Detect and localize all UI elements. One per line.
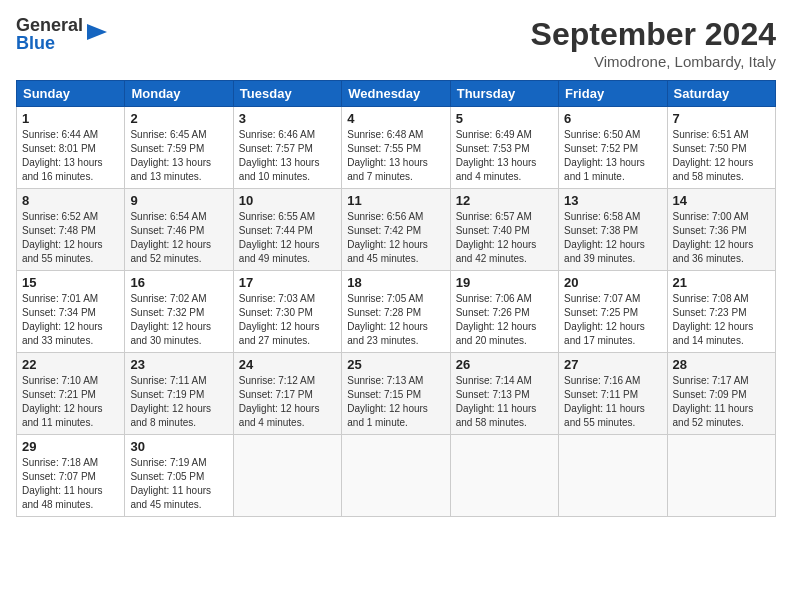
col-header-friday: Friday <box>559 81 667 107</box>
day-number: 1 <box>22 111 119 126</box>
table-row: 29Sunrise: 7:18 AM Sunset: 7:07 PM Dayli… <box>17 435 125 517</box>
day-info: Sunrise: 7:07 AM Sunset: 7:25 PM Dayligh… <box>564 292 661 348</box>
title-block: September 2024 Vimodrone, Lombardy, Ital… <box>531 16 776 70</box>
day-info: Sunrise: 6:49 AM Sunset: 7:53 PM Dayligh… <box>456 128 553 184</box>
table-row: 6Sunrise: 6:50 AM Sunset: 7:52 PM Daylig… <box>559 107 667 189</box>
day-info: Sunrise: 7:19 AM Sunset: 7:05 PM Dayligh… <box>130 456 227 512</box>
page-header: General Blue September 2024 Vimodrone, L… <box>16 16 776 70</box>
day-number: 26 <box>456 357 553 372</box>
day-number: 5 <box>456 111 553 126</box>
table-row: 2Sunrise: 6:45 AM Sunset: 7:59 PM Daylig… <box>125 107 233 189</box>
day-number: 11 <box>347 193 444 208</box>
day-number: 7 <box>673 111 770 126</box>
col-header-thursday: Thursday <box>450 81 558 107</box>
day-info: Sunrise: 6:56 AM Sunset: 7:42 PM Dayligh… <box>347 210 444 266</box>
day-info: Sunrise: 7:05 AM Sunset: 7:28 PM Dayligh… <box>347 292 444 348</box>
day-number: 22 <box>22 357 119 372</box>
day-number: 30 <box>130 439 227 454</box>
col-header-wednesday: Wednesday <box>342 81 450 107</box>
table-row: 4Sunrise: 6:48 AM Sunset: 7:55 PM Daylig… <box>342 107 450 189</box>
table-row: 26Sunrise: 7:14 AM Sunset: 7:13 PM Dayli… <box>450 353 558 435</box>
col-header-saturday: Saturday <box>667 81 775 107</box>
day-info: Sunrise: 6:45 AM Sunset: 7:59 PM Dayligh… <box>130 128 227 184</box>
table-row: 22Sunrise: 7:10 AM Sunset: 7:21 PM Dayli… <box>17 353 125 435</box>
table-row: 10Sunrise: 6:55 AM Sunset: 7:44 PM Dayli… <box>233 189 341 271</box>
day-info: Sunrise: 6:44 AM Sunset: 8:01 PM Dayligh… <box>22 128 119 184</box>
month-title: September 2024 <box>531 16 776 53</box>
day-info: Sunrise: 7:12 AM Sunset: 7:17 PM Dayligh… <box>239 374 336 430</box>
day-number: 6 <box>564 111 661 126</box>
day-number: 10 <box>239 193 336 208</box>
table-row: 23Sunrise: 7:11 AM Sunset: 7:19 PM Dayli… <box>125 353 233 435</box>
day-info: Sunrise: 7:14 AM Sunset: 7:13 PM Dayligh… <box>456 374 553 430</box>
day-info: Sunrise: 6:50 AM Sunset: 7:52 PM Dayligh… <box>564 128 661 184</box>
day-number: 14 <box>673 193 770 208</box>
day-number: 3 <box>239 111 336 126</box>
day-number: 23 <box>130 357 227 372</box>
day-number: 27 <box>564 357 661 372</box>
day-number: 17 <box>239 275 336 290</box>
table-row: 19Sunrise: 7:06 AM Sunset: 7:26 PM Dayli… <box>450 271 558 353</box>
day-info: Sunrise: 7:11 AM Sunset: 7:19 PM Dayligh… <box>130 374 227 430</box>
table-row: 3Sunrise: 6:46 AM Sunset: 7:57 PM Daylig… <box>233 107 341 189</box>
day-number: 12 <box>456 193 553 208</box>
day-number: 25 <box>347 357 444 372</box>
day-number: 29 <box>22 439 119 454</box>
table-row <box>233 435 341 517</box>
logo-general-text: General <box>16 16 83 34</box>
calendar-week-row: 1Sunrise: 6:44 AM Sunset: 8:01 PM Daylig… <box>17 107 776 189</box>
day-info: Sunrise: 6:51 AM Sunset: 7:50 PM Dayligh… <box>673 128 770 184</box>
day-info: Sunrise: 6:46 AM Sunset: 7:57 PM Dayligh… <box>239 128 336 184</box>
table-row: 14Sunrise: 7:00 AM Sunset: 7:36 PM Dayli… <box>667 189 775 271</box>
day-number: 2 <box>130 111 227 126</box>
table-row: 15Sunrise: 7:01 AM Sunset: 7:34 PM Dayli… <box>17 271 125 353</box>
table-row: 13Sunrise: 6:58 AM Sunset: 7:38 PM Dayli… <box>559 189 667 271</box>
table-row: 16Sunrise: 7:02 AM Sunset: 7:32 PM Dayli… <box>125 271 233 353</box>
day-info: Sunrise: 7:10 AM Sunset: 7:21 PM Dayligh… <box>22 374 119 430</box>
day-number: 28 <box>673 357 770 372</box>
day-info: Sunrise: 6:58 AM Sunset: 7:38 PM Dayligh… <box>564 210 661 266</box>
day-info: Sunrise: 6:57 AM Sunset: 7:40 PM Dayligh… <box>456 210 553 266</box>
calendar-week-row: 29Sunrise: 7:18 AM Sunset: 7:07 PM Dayli… <box>17 435 776 517</box>
table-row: 17Sunrise: 7:03 AM Sunset: 7:30 PM Dayli… <box>233 271 341 353</box>
day-info: Sunrise: 7:18 AM Sunset: 7:07 PM Dayligh… <box>22 456 119 512</box>
table-row: 8Sunrise: 6:52 AM Sunset: 7:48 PM Daylig… <box>17 189 125 271</box>
day-info: Sunrise: 6:54 AM Sunset: 7:46 PM Dayligh… <box>130 210 227 266</box>
day-number: 9 <box>130 193 227 208</box>
col-header-monday: Monday <box>125 81 233 107</box>
day-number: 13 <box>564 193 661 208</box>
day-number: 18 <box>347 275 444 290</box>
day-info: Sunrise: 7:03 AM Sunset: 7:30 PM Dayligh… <box>239 292 336 348</box>
table-row: 11Sunrise: 6:56 AM Sunset: 7:42 PM Dayli… <box>342 189 450 271</box>
day-number: 8 <box>22 193 119 208</box>
table-row: 5Sunrise: 6:49 AM Sunset: 7:53 PM Daylig… <box>450 107 558 189</box>
calendar-week-row: 8Sunrise: 6:52 AM Sunset: 7:48 PM Daylig… <box>17 189 776 271</box>
day-info: Sunrise: 7:06 AM Sunset: 7:26 PM Dayligh… <box>456 292 553 348</box>
logo: General Blue <box>16 16 107 52</box>
table-row <box>559 435 667 517</box>
day-info: Sunrise: 7:16 AM Sunset: 7:11 PM Dayligh… <box>564 374 661 430</box>
table-row: 20Sunrise: 7:07 AM Sunset: 7:25 PM Dayli… <box>559 271 667 353</box>
day-number: 15 <box>22 275 119 290</box>
table-row <box>667 435 775 517</box>
location-subtitle: Vimodrone, Lombardy, Italy <box>531 53 776 70</box>
day-info: Sunrise: 7:00 AM Sunset: 7:36 PM Dayligh… <box>673 210 770 266</box>
calendar-week-row: 15Sunrise: 7:01 AM Sunset: 7:34 PM Dayli… <box>17 271 776 353</box>
col-header-sunday: Sunday <box>17 81 125 107</box>
table-row: 9Sunrise: 6:54 AM Sunset: 7:46 PM Daylig… <box>125 189 233 271</box>
logo-blue-text: Blue <box>16 34 83 52</box>
day-info: Sunrise: 6:55 AM Sunset: 7:44 PM Dayligh… <box>239 210 336 266</box>
calendar-week-row: 22Sunrise: 7:10 AM Sunset: 7:21 PM Dayli… <box>17 353 776 435</box>
day-info: Sunrise: 7:08 AM Sunset: 7:23 PM Dayligh… <box>673 292 770 348</box>
logo-arrow-icon <box>85 14 107 50</box>
day-info: Sunrise: 7:13 AM Sunset: 7:15 PM Dayligh… <box>347 374 444 430</box>
table-row: 21Sunrise: 7:08 AM Sunset: 7:23 PM Dayli… <box>667 271 775 353</box>
table-row: 24Sunrise: 7:12 AM Sunset: 7:17 PM Dayli… <box>233 353 341 435</box>
day-info: Sunrise: 6:52 AM Sunset: 7:48 PM Dayligh… <box>22 210 119 266</box>
day-number: 24 <box>239 357 336 372</box>
day-info: Sunrise: 6:48 AM Sunset: 7:55 PM Dayligh… <box>347 128 444 184</box>
table-row: 30Sunrise: 7:19 AM Sunset: 7:05 PM Dayli… <box>125 435 233 517</box>
table-row <box>450 435 558 517</box>
day-info: Sunrise: 7:02 AM Sunset: 7:32 PM Dayligh… <box>130 292 227 348</box>
day-number: 4 <box>347 111 444 126</box>
